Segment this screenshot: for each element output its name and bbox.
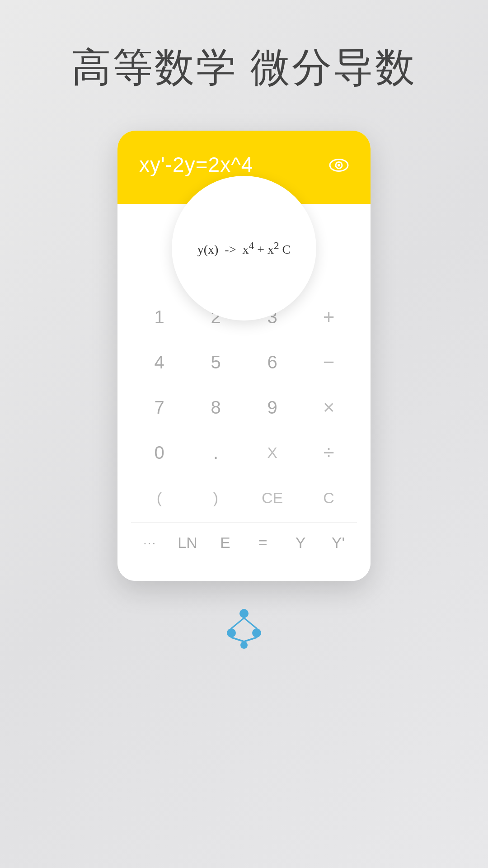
key-close-paren[interactable]: ) bbox=[188, 475, 244, 520]
eye-icon[interactable] bbox=[329, 157, 349, 178]
key-5[interactable]: 5 bbox=[188, 340, 244, 385]
key-1[interactable]: 1 bbox=[131, 294, 188, 340]
result-bubble: y(x) -> x4 + x2 C bbox=[172, 176, 316, 321]
key-y[interactable]: Y bbox=[282, 523, 319, 563]
key-ln[interactable]: LN bbox=[169, 523, 206, 563]
key-plus[interactable]: + bbox=[300, 294, 357, 340]
key-row-4: 0 . X ÷ bbox=[131, 430, 357, 475]
key-divide[interactable]: ÷ bbox=[300, 430, 357, 475]
page-title: 高等数学 微分导数 bbox=[71, 41, 417, 94]
key-0[interactable]: 0 bbox=[131, 430, 188, 475]
svg-point-2 bbox=[338, 164, 340, 167]
key-6[interactable]: 6 bbox=[244, 340, 300, 385]
key-row-extra: ··· LN E = Y Y' bbox=[131, 522, 357, 563]
key-y-prime[interactable]: Y' bbox=[319, 523, 357, 563]
key-more[interactable]: ··· bbox=[131, 523, 169, 563]
key-row-3: 7 8 9 × bbox=[131, 385, 357, 430]
svg-line-10 bbox=[244, 637, 257, 642]
key-multiply[interactable]: × bbox=[300, 385, 357, 430]
key-dot[interactable]: . bbox=[188, 430, 244, 475]
svg-line-8 bbox=[244, 618, 257, 628]
key-4[interactable]: 4 bbox=[131, 340, 188, 385]
key-open-paren[interactable]: ( bbox=[131, 475, 188, 520]
key-e[interactable]: E bbox=[206, 523, 244, 563]
svg-line-9 bbox=[231, 637, 244, 642]
svg-point-4 bbox=[227, 628, 236, 637]
svg-point-6 bbox=[240, 642, 248, 649]
key-x[interactable]: X bbox=[244, 430, 300, 475]
key-equals[interactable]: = bbox=[244, 523, 282, 563]
svg-point-3 bbox=[239, 609, 249, 618]
key-minus[interactable]: − bbox=[300, 340, 357, 385]
key-row-2: 4 5 6 − bbox=[131, 340, 357, 385]
svg-point-5 bbox=[252, 628, 261, 637]
key-9[interactable]: 9 bbox=[244, 385, 300, 430]
key-c[interactable]: C bbox=[300, 475, 357, 520]
key-row-5: ( ) CE C bbox=[131, 475, 357, 520]
svg-line-7 bbox=[231, 618, 244, 628]
expression-display: xy'-2y=2x^4 bbox=[139, 153, 253, 176]
result-text: y(x) -> x4 + x2 C bbox=[197, 238, 291, 259]
key-8[interactable]: 8 bbox=[188, 385, 244, 430]
calculator-card: xy'-2y=2x^4 y(x) -> x4 + x2 C 1 2 3 + 4 bbox=[117, 131, 371, 581]
calc-keyboard: 1 2 3 + 4 5 6 − 7 8 9 × 0 . X ÷ ( bbox=[117, 285, 371, 581]
key-7[interactable]: 7 bbox=[131, 385, 188, 430]
bottom-icon bbox=[221, 608, 267, 651]
key-ce[interactable]: CE bbox=[244, 475, 300, 520]
